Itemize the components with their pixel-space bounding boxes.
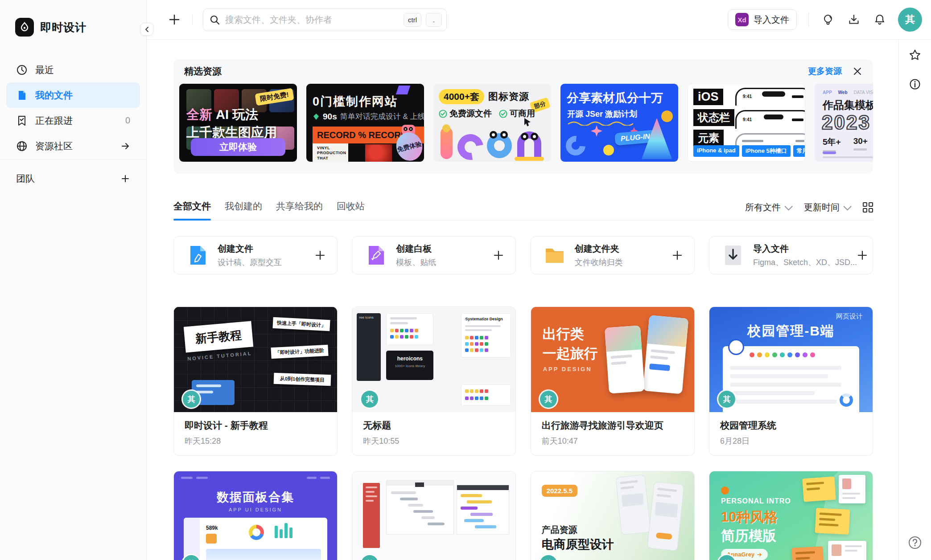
file-card-dashboard-set[interactable]: 数据面板合集 APP UI DESIGN 589k 其 (173, 471, 338, 560)
file-card-campus-system[interactable]: 网页设计 校园管理-B端 其 校园管理系统 6月 (709, 307, 873, 456)
sidebar-item-following[interactable]: 正在跟进 0 (0, 108, 146, 133)
right-rail (898, 40, 931, 560)
banner-row: 限时免费! 全新 AI 玩法 上千款生图应用 立即体验 0门槛制作网站 90s … (173, 84, 873, 162)
close-featured-button[interactable] (853, 67, 861, 75)
thumb-card (828, 541, 866, 560)
teams-section[interactable]: 团队 (0, 170, 146, 188)
file-card-tutorial[interactable]: 新手教程 NOVICE TUTORIAL 快速上手「即时设计」 「即时设计」功能… (173, 307, 338, 456)
thumb-phone (605, 325, 645, 393)
app-logo[interactable] (15, 18, 34, 37)
tab-trash[interactable]: 回收站 (337, 200, 365, 220)
create-row: 创建文件 设计稿、原型交互 创建白板 模板、贴纸 创建文 (173, 236, 873, 274)
import-file-button[interactable]: Xd 导入文件 (728, 9, 797, 30)
files-tabs: 全部文件 我创建的 共享给我的 回收站 所有文件 更新时间 (173, 198, 873, 221)
design-file-icon (187, 245, 208, 266)
sidebar-item-community[interactable]: 资源社区 (0, 133, 146, 159)
create-folder-card[interactable]: 创建文件夹 文件收纳归类 (531, 236, 695, 274)
tab-created-by-me[interactable]: 我创建的 (225, 200, 262, 220)
thumb-label: PERSONAL INTRO (721, 497, 791, 505)
owner-avatar-badge: 其 (718, 391, 735, 408)
file-card-resume-templates[interactable]: PERSONAL INTRO 10种风格 简历模版 AnnaGrey (709, 471, 873, 560)
download-icon (848, 13, 860, 26)
create-card-subtitle: 模板、贴纸 (396, 257, 436, 268)
banner-website-builder[interactable]: 0门槛制作网站 90s 简单对话完成设计 & 上线 RECORD % RECOR… (306, 84, 424, 162)
file-card-gantt[interactable]: 其 (352, 471, 516, 560)
topbar-actions: Xd 导入文件 其 (728, 8, 922, 32)
app-title: 即时设计 (40, 20, 87, 35)
thumb-dashboard (723, 346, 859, 412)
try-now-button[interactable]: 立即体验 (191, 138, 285, 156)
thumb-label: 网页设计 (836, 312, 863, 321)
banner-share-campaign[interactable]: 分享素材瓜分十万 开源 JSer 激励计划 PLUG-IN (560, 84, 678, 162)
notifications-button[interactable] (869, 9, 890, 30)
file-thumbnail: 出行类 一起旅行 APP DESIGN 其 (531, 307, 694, 412)
file-title: 无标题 (363, 419, 505, 432)
thumb-card (815, 508, 850, 535)
file-type-filter[interactable]: 所有文件 (745, 201, 791, 213)
search-bar[interactable]: ctrl . (203, 8, 447, 31)
thumb-phone (615, 474, 651, 535)
sidebar-item-recent[interactable]: 最近 (0, 57, 146, 82)
owner-avatar-badge: 其 (361, 391, 378, 408)
featured-resources-panel: 精选资源 更多资源 (173, 59, 873, 174)
thumb-subtitle: NOVICE TUTORIAL (187, 351, 252, 362)
banner-title: 分享素材瓜分十万 (567, 90, 663, 106)
featured-title: 精选资源 (184, 65, 222, 78)
import-file-card[interactable]: 导入文件 Figma、Sketch、XD、JSD... (709, 236, 873, 274)
file-card-ecommerce-prototype[interactable]: 2022.5.5 产品资源 电商原型设计 家学习 其 (531, 471, 695, 560)
banner-ai-apps[interactable]: 限时免费! 全新 AI 玩法 上千款生图应用 立即体验 (179, 84, 297, 162)
help-button[interactable] (907, 535, 923, 550)
grid-view-button[interactable] (863, 202, 873, 213)
info-button[interactable] (909, 78, 921, 90)
search-input[interactable] (224, 14, 399, 25)
banner-subtitle: 开源 JSer 激励计划 (567, 109, 637, 119)
thumb-title: 一起旅行 (543, 344, 598, 363)
thumb-card: Systematize Design (461, 313, 511, 358)
favorites-button[interactable] (908, 49, 922, 62)
create-file-card[interactable]: 创建文件 设计稿、原型交互 (173, 236, 338, 274)
thumb-phone (643, 315, 688, 394)
sort-filter[interactable]: 更新时间 (804, 201, 849, 213)
desktop-app-download-button[interactable] (844, 9, 864, 30)
thumb-label: Systematize Design (465, 317, 511, 321)
thumb-title: 简历模版 (721, 527, 776, 545)
thumb-card (457, 485, 509, 535)
create-whiteboard-card[interactable]: 创建白板 模板、贴纸 (352, 236, 516, 274)
plus-icon (857, 250, 868, 261)
adobe-xd-icon: Xd (735, 13, 749, 26)
file-thumbnail: 其 (352, 471, 515, 560)
banner-icon-resources[interactable]: 4000+套 图标资源 部分 免费源文件 可商用 (433, 84, 551, 162)
tips-button[interactable] (818, 9, 838, 30)
file-type-filter-label: 所有文件 (745, 201, 781, 213)
import-file-label: 导入文件 (754, 14, 789, 26)
file-card-travel-app[interactable]: 出行类 一起旅行 APP DESIGN 其 出行旅游寻找旅游引导欢迎页 (531, 307, 695, 456)
banner-ios-statusbar[interactable]: iOS 状态栏 元素 9:41 9:41 iPho (688, 84, 805, 162)
thumb-label: heroicons (386, 356, 433, 362)
shortcut-key-ctrl: ctrl (404, 13, 421, 27)
iphone-notch-frame: 9:41 (735, 88, 805, 106)
sidebar: 即时设计 最近 我的文件 正在跟进 0 资源社区 (0, 0, 147, 560)
file-card-untitled[interactable]: ree icons heroicons 1000+ Icons library (352, 307, 516, 456)
banner-sub-bold: 90s (323, 112, 337, 122)
more-resources-link[interactable]: 更多资源 (808, 65, 842, 77)
plus-icon (168, 13, 181, 26)
user-avatar[interactable]: 其 (898, 8, 922, 32)
sidebar-item-my-files[interactable]: 我的文件 (6, 82, 140, 108)
following-count: 0 (125, 115, 130, 126)
sidebar-collapse-button[interactable] (140, 23, 153, 36)
info-icon (909, 78, 921, 90)
thumb-title: 出行类 (543, 325, 584, 343)
tab-shared-with-me[interactable]: 共享给我的 (276, 200, 323, 220)
banner-title: AI 玩法 (212, 107, 258, 122)
banner-portfolio-template[interactable]: APP Web DATA VISUALIZATION 作品集模板 2023 5年… (815, 84, 873, 162)
thumb-banner (363, 483, 380, 548)
thumb-title: 新手教程 (184, 321, 253, 352)
banner-line: iOS (693, 89, 723, 105)
thumb-label: ree icons (357, 313, 381, 381)
create-card-title: 创建文件夹 (575, 243, 623, 255)
new-file-button[interactable] (167, 12, 182, 27)
create-card-title: 创建文件 (218, 243, 282, 255)
tab-all-files[interactable]: 全部文件 (173, 200, 211, 220)
add-team-button[interactable] (120, 174, 130, 184)
banner-photo (365, 144, 392, 162)
